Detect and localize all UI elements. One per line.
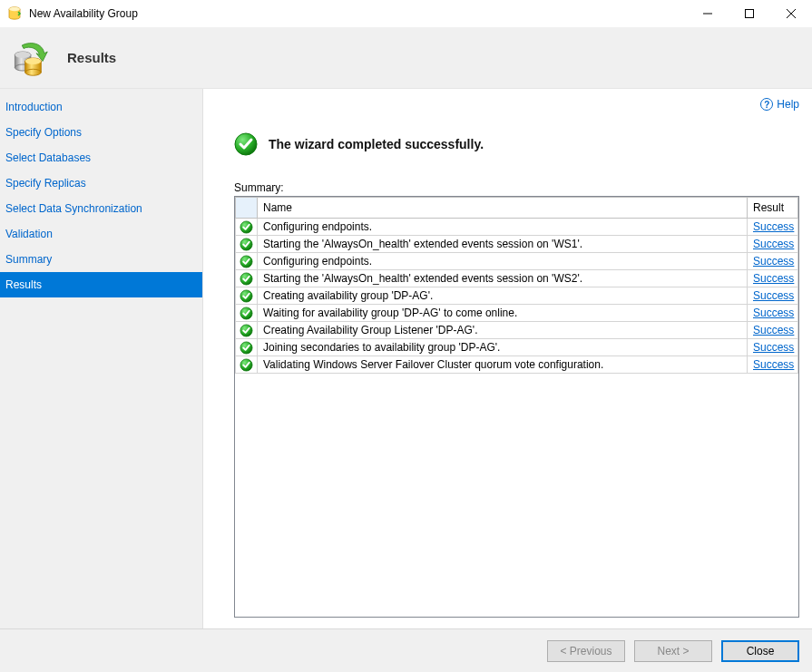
row-status-icon — [236, 287, 258, 305]
row-name: Creating availability group 'DP-AG'. — [258, 287, 748, 305]
maximize-button[interactable] — [729, 0, 770, 27]
table-row[interactable]: Configuring endpoints.Success — [236, 219, 798, 236]
sidebar-item-specify-options[interactable]: Specify Options — [0, 120, 202, 145]
column-header-result[interactable]: Result — [748, 198, 798, 219]
row-result-cell: Success — [748, 219, 798, 236]
success-check-icon — [234, 132, 258, 156]
row-result-cell: Success — [748, 305, 798, 322]
row-status-icon — [236, 236, 258, 253]
row-result-cell: Success — [748, 253, 798, 270]
column-header-icon[interactable] — [236, 198, 258, 219]
table-row[interactable]: Starting the 'AlwaysOn_health' extended … — [236, 236, 798, 253]
help-icon: ? — [760, 98, 773, 111]
row-result-link[interactable]: Success — [753, 220, 794, 233]
row-name: Validating Windows Server Failover Clust… — [258, 356, 748, 374]
table-row[interactable]: Joining secondaries to availability grou… — [236, 339, 798, 356]
row-name: Starting the 'AlwaysOn_health' extended … — [258, 236, 748, 253]
minimize-button[interactable] — [687, 0, 729, 27]
titlebar: New Availability Group — [0, 0, 812, 27]
column-header-name[interactable]: Name — [258, 198, 748, 219]
row-result-cell: Success — [748, 339, 798, 356]
row-result-cell: Success — [748, 322, 798, 339]
summary-grid[interactable]: Name Result Configuring endpoints.Succes… — [234, 196, 799, 618]
previous-button: < Previous — [547, 640, 625, 662]
sidebar-item-label: Select Data Synchronization — [5, 202, 142, 215]
row-name: Joining secondaries to availability grou… — [258, 339, 748, 356]
row-result-cell: Success — [748, 287, 798, 305]
close-window-button[interactable] — [770, 0, 812, 27]
row-result-cell: Success — [748, 236, 798, 253]
wizard-main: ? Help The wizard completed successfully… — [203, 89, 812, 628]
sidebar-item-label: Summary — [5, 253, 52, 266]
wizard-header-title: Results — [67, 50, 116, 65]
table-row[interactable]: Validating Windows Server Failover Clust… — [236, 356, 798, 374]
row-name: Configuring endpoints. — [258, 253, 748, 270]
summary-label: Summary: — [234, 181, 799, 194]
sidebar-item-introduction[interactable]: Introduction — [0, 94, 202, 120]
window-title: New Availability Group — [29, 7, 687, 20]
next-button: Next > — [634, 640, 712, 662]
sidebar-item-label: Select Databases — [5, 151, 91, 164]
table-row[interactable]: Creating Availability Group Listener 'DP… — [236, 322, 798, 339]
row-result-link[interactable]: Success — [753, 289, 794, 302]
row-status-icon — [236, 322, 258, 339]
svg-point-12 — [25, 69, 42, 75]
svg-point-1 — [9, 7, 20, 11]
table-row[interactable]: Starting the 'AlwaysOn_health' extended … — [236, 270, 798, 287]
row-status-icon — [236, 339, 258, 356]
sidebar-item-results[interactable]: Results — [0, 272, 202, 297]
row-result-link[interactable]: Success — [753, 307, 794, 319]
row-status-icon — [236, 305, 258, 322]
wizard-body: IntroductionSpecify OptionsSelect Databa… — [0, 89, 812, 628]
row-result-link[interactable]: Success — [753, 238, 794, 250]
row-status-icon — [236, 219, 258, 236]
row-result-cell: Success — [748, 356, 798, 374]
sidebar-item-label: Validation — [5, 228, 53, 240]
close-button[interactable]: Close — [721, 640, 799, 662]
app-icon — [7, 6, 22, 21]
row-name: Starting the 'AlwaysOn_health' extended … — [258, 270, 748, 287]
sidebar-item-label: Specify Options — [5, 126, 82, 139]
table-row[interactable]: Configuring endpoints.Success — [236, 253, 798, 270]
row-status-icon — [236, 253, 258, 270]
row-name: Waiting for availability group 'DP-AG' t… — [258, 305, 748, 322]
sidebar-item-label: Introduction — [5, 101, 63, 113]
table-row[interactable]: Waiting for availability group 'DP-AG' t… — [236, 305, 798, 322]
row-name: Configuring endpoints. — [258, 219, 748, 236]
svg-rect-3 — [746, 10, 754, 18]
row-result-link[interactable]: Success — [753, 324, 794, 336]
table-row[interactable]: Creating availability group 'DP-AG'.Succ… — [236, 287, 798, 305]
result-heading-text: The wizard completed successfully. — [269, 137, 484, 151]
help-link[interactable]: ? Help — [760, 98, 799, 111]
sidebar-item-summary[interactable]: Summary — [0, 247, 202, 272]
sidebar-item-specify-replicas[interactable]: Specify Replicas — [0, 170, 202, 196]
sidebar-item-select-databases[interactable]: Select Databases — [0, 145, 202, 170]
result-heading-row: The wizard completed successfully. — [234, 132, 799, 156]
sidebar-item-label: Specify Replicas — [5, 177, 86, 190]
sidebar-item-label: Results — [5, 278, 42, 291]
help-row: ? Help — [234, 98, 799, 111]
wizard-footer: < Previous Next > Close — [0, 628, 812, 672]
svg-point-9 — [15, 52, 31, 58]
sidebar-item-select-data-synchronization[interactable]: Select Data Synchronization — [0, 196, 202, 221]
row-status-icon — [236, 356, 258, 374]
row-result-link[interactable]: Success — [753, 341, 794, 354]
wizard-sidebar: IntroductionSpecify OptionsSelect Databa… — [0, 89, 203, 628]
row-result-link[interactable]: Success — [753, 272, 794, 285]
help-label: Help — [777, 98, 799, 111]
row-result-cell: Success — [748, 270, 798, 287]
row-status-icon — [236, 270, 258, 287]
wizard-header-icon — [11, 39, 49, 77]
sidebar-item-validation[interactable]: Validation — [0, 221, 202, 247]
summary-table: Name Result Configuring endpoints.Succes… — [235, 197, 798, 374]
svg-point-13 — [25, 58, 42, 64]
row-result-link[interactable]: Success — [753, 358, 794, 371]
window-controls — [687, 0, 812, 27]
row-result-link[interactable]: Success — [753, 255, 794, 268]
row-name: Creating Availability Group Listener 'DP… — [258, 322, 748, 339]
wizard-header: Results — [0, 27, 812, 89]
